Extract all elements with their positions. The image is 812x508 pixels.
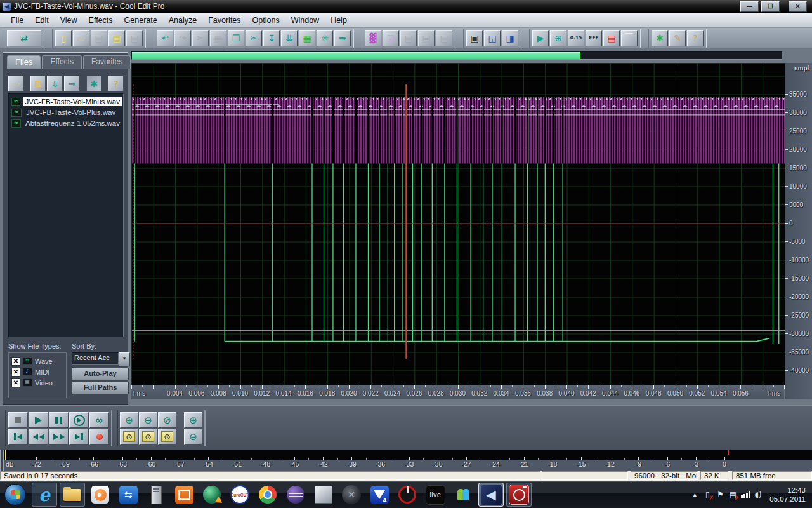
menu-file[interactable]: File [5,14,29,27]
copy-button[interactable]: ❐ [228,30,244,46]
go-to-end-button[interactable] [69,429,89,444]
settings-button[interactable]: ✱ [652,30,668,46]
checkbox-video[interactable]: ✕ [11,378,20,387]
meter-grab-handle[interactable] [0,450,4,471]
files-window-button[interactable]: ◨ [502,30,518,46]
menu-edit[interactable]: Edit [29,14,55,27]
show-status-bar-button[interactable]: ▔ [621,30,638,46]
file-list-item[interactable]: ≈Abtastfrequenz-1.052ms.wav [10,118,122,128]
close-button[interactable]: ✕ [789,1,807,12]
vertical-zoom-out-button[interactable]: ⊖ [184,429,202,444]
tab-files[interactable]: Files [7,55,41,69]
download-manager[interactable] [199,483,225,507]
v4-app[interactable]: 4 [367,483,392,507]
windows-media-player[interactable]: ▶ [88,483,113,507]
trim-button[interactable]: ✂ [192,30,209,46]
tray-expand[interactable]: ▴ [688,487,701,502]
spectral-view-button[interactable]: ▓ [365,30,381,46]
windows-explorer[interactable] [60,483,85,507]
zoom-left-edge-button[interactable]: ⊙ [139,429,157,444]
files-open-file-button[interactable]: ▱ [8,76,24,91]
file-list-item[interactable]: ≈JVC-FB-Taste-Vol-Minus.wav [10,97,122,107]
help-button[interactable]: ? [687,30,704,46]
menu-analyze[interactable]: Analyze [163,14,202,27]
vmware[interactable] [171,483,197,507]
meter-bar[interactable] [4,450,812,460]
cd-player-window-button[interactable]: ▣ [466,30,483,46]
internet-explorer[interactable]: e [32,483,57,507]
messenger[interactable] [450,483,476,507]
fast-forward-button[interactable] [49,429,69,444]
insert-into-multitrack-button[interactable]: ✳ [317,30,333,46]
start-button[interactable] [1,483,29,507]
vertical-zoom-in-button[interactable]: ⊕ [184,412,202,428]
menu-window[interactable]: Window [285,14,325,27]
tab-effects[interactable]: Effects [42,55,81,69]
zoom-out-button[interactable]: ⊖ [139,412,157,428]
save-as-button[interactable]: ▤ [108,30,125,46]
menu-effects[interactable]: Effects [83,14,119,27]
overview-view-region[interactable] [132,52,580,59]
pc-suite[interactable] [143,483,169,507]
save-copy-button[interactable]: ▤ [126,30,143,46]
overview-scrollbar[interactable] [131,51,782,60]
menu-generate[interactable]: Generate [119,14,163,27]
checkbox-wave[interactable]: ✕ [11,357,20,366]
convert-sample-type-button[interactable]: ▦ [299,30,315,46]
zoom-in-button[interactable]: ⊕ [120,412,138,428]
files-close-file-button[interactable]: ⊠ [30,76,46,91]
edit-cue-list-button[interactable]: ▤ [400,30,417,46]
tray-volume[interactable]: ◖) [752,487,764,502]
go-to-beginning-button[interactable] [8,429,28,444]
phrase-list-button[interactable]: ▤ [436,30,452,46]
play-button[interactable] [29,412,48,428]
file-list[interactable]: ≈JVC-FB-Taste-Vol-Minus.wav≈JVC-FB-Taste… [8,93,124,337]
pause-button[interactable] [49,412,69,428]
file-list-item[interactable]: ≈JVC-FB-Taste-Vol-Plus.wav [10,107,122,117]
undo-button[interactable]: ↶ [157,30,173,46]
files-file-panel-options-button[interactable]: ✱ [86,76,102,91]
files-insert-into-multitrack-button[interactable]: ⇒ [64,76,80,91]
stop-button[interactable] [8,412,28,428]
scripts-button[interactable]: ✎ [669,30,686,46]
auto-play-button[interactable]: Auto-Play [72,368,129,380]
power-tool[interactable] [395,483,420,507]
redo-button[interactable]: ↷ [174,30,191,46]
checkbox-midi[interactable]: ✕ [11,368,20,377]
tray-update-error[interactable]: ▤✗ [726,487,739,502]
minimize-button[interactable]: — [740,1,759,12]
tray-network[interactable] [739,487,752,502]
show-zoom-controls-button[interactable]: ⊕ [550,30,566,46]
open-file-button[interactable]: ▱ [73,30,89,46]
organizer-window-button[interactable]: ◲ [484,30,501,46]
cut-button[interactable]: ✂ [246,30,262,46]
files-help-button[interactable]: ? [108,76,124,91]
adjust-selection-button[interactable]: ▦ [210,30,226,46]
waveform-display[interactable] [131,63,785,385]
find-beats-button[interactable]: ➥ [334,30,351,46]
eclipse[interactable] [283,483,308,507]
monitor-record-level-button[interactable]: ▶ [532,30,549,46]
show-sel-view-controls-button[interactable]: EEE [586,30,602,46]
save-file-button[interactable]: ▤ [91,30,107,46]
amplitude-axis[interactable]: smpl35000300002500020000150001000050000-… [785,63,812,399]
menu-help[interactable]: Help [325,14,353,27]
zoom-to-selection-button[interactable]: ⊙ [120,429,138,444]
zoom-right-edge-button[interactable]: ⊙ [158,429,176,444]
zoom-full-button[interactable]: ⊘ [158,412,176,428]
paste-button[interactable]: ↧ [263,30,280,46]
chevron-down-icon[interactable]: ▼ [119,352,130,366]
settings-ball[interactable]: ✕ [339,483,364,507]
recorder-app[interactable] [506,483,532,507]
menu-options[interactable]: Options [247,14,285,27]
play-to-end-button[interactable] [69,412,89,428]
menu-favorites[interactable]: Favorites [202,14,246,27]
mix-paste-button[interactable]: ⇊ [281,30,298,46]
title-bar[interactable]: ◀ JVC-FB-Taste-Vol-Minus.wav - Cool Edit… [0,0,812,13]
tab-favorites[interactable]: Favorites [83,55,131,69]
google-chrome[interactable] [255,483,280,507]
level-meter[interactable]: dB -72-69-66-63-60-57-54-51-48-45-42-39-… [0,450,812,471]
show-level-meters-button[interactable]: ▤ [603,30,620,46]
menu-view[interactable]: View [55,14,83,27]
play-looped-button[interactable]: ∞ [89,412,109,428]
